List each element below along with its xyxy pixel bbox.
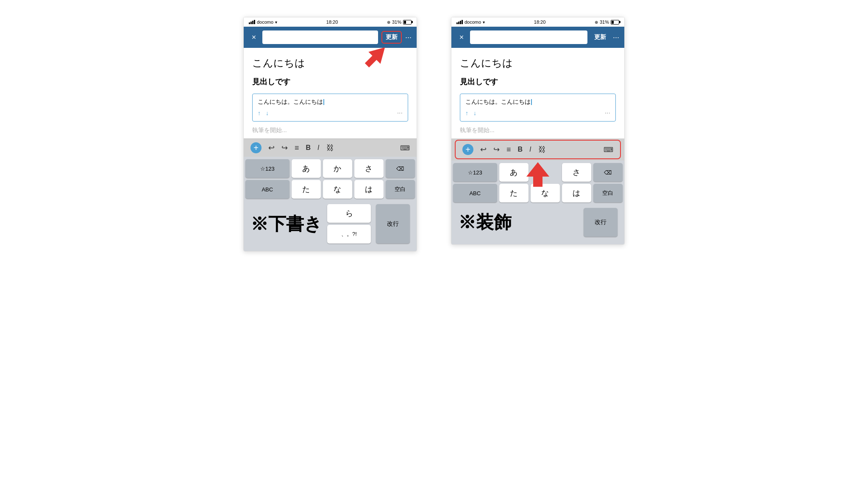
kb-a-left[interactable]: あ: [292, 159, 321, 178]
align-button-left[interactable]: ≡: [295, 144, 299, 152]
kb-row1-left: ☆123 あ か さ ⌫: [245, 159, 415, 178]
status-right-right: ⊕ 31%: [595, 19, 619, 25]
draft-label: ※下書き: [250, 212, 322, 236]
bold-button-right[interactable]: B: [518, 146, 523, 153]
nav-bar-right: × 更新 ···: [451, 27, 624, 48]
redo-button-left[interactable]: ↪: [281, 143, 288, 152]
kb-enter-right[interactable]: 改行: [584, 208, 618, 237]
italic-button-right[interactable]: I: [529, 146, 531, 153]
carrier-label-right: docomo: [465, 19, 481, 25]
kb-ka-left[interactable]: か: [323, 159, 352, 178]
arrow-down-left[interactable]: ↓: [266, 110, 269, 116]
keyboard-button-right[interactable]: ⌨: [604, 146, 613, 154]
kb-up-placeholder-right: [531, 163, 560, 182]
kb-bottom-right: ※装飾 改行: [453, 205, 623, 242]
signal-icon-right: [456, 20, 463, 24]
carrier-label: docomo: [257, 19, 273, 25]
page-title-left: こんにちは: [252, 56, 408, 70]
battery-label-right: 31%: [600, 19, 609, 25]
signal-icon: [249, 20, 255, 24]
italic-button-left[interactable]: I: [317, 144, 319, 152]
kb-abc-right[interactable]: ABC: [453, 184, 497, 202]
undo-button-left[interactable]: ↩: [268, 143, 275, 152]
format-toolbar-left: + ↩ ↪ ≡ B I ⛓ ⌨: [244, 138, 417, 157]
right-phone: docomo ▾ 18:20 ⊕ 31% × 更新 ···: [451, 17, 625, 245]
kb-ha-left[interactable]: は: [354, 180, 384, 199]
text-block-right[interactable]: こんにちは。こんにちは ↑ ↓ ···: [460, 94, 616, 122]
battery-label: 31%: [392, 19, 401, 25]
kb-row2-left: ABC た な は 空白: [245, 180, 415, 199]
content-right: こんにちは 見出しです こんにちは。こんにちは ↑ ↓ ··· 執筆を開始...: [451, 48, 624, 134]
kb-123-right[interactable]: ☆123: [453, 163, 497, 182]
keyboard-left: ☆123 あ か さ ⌫ ABC た な は 空白 ※下書き ら: [244, 157, 417, 251]
time-label: 18:20: [326, 19, 338, 25]
text-content-right: こんにちは。こんにちは: [465, 98, 610, 106]
kb-ra-left[interactable]: ら: [327, 204, 371, 223]
kb-a-right[interactable]: あ: [499, 163, 529, 182]
format-toolbar-wrapper-right: + ↩ ↪ ≡ B I ⛓ ⌨: [451, 138, 624, 160]
kb-sa-right[interactable]: さ: [562, 163, 591, 182]
keyboard-button-left[interactable]: ⌨: [400, 144, 410, 152]
kb-ta-right[interactable]: た: [499, 184, 529, 202]
kb-bottom-left: ※下書き ら 、。?! 改行: [245, 201, 415, 249]
text-more-right[interactable]: ···: [605, 109, 610, 117]
kb-na-left[interactable]: な: [323, 180, 352, 199]
location-icon-right: ⊕: [595, 20, 598, 25]
arrow-up-left[interactable]: ↑: [258, 110, 261, 116]
battery-icon-right: [611, 20, 619, 25]
search-bar-left[interactable]: [262, 30, 378, 44]
add-button-left[interactable]: +: [250, 142, 262, 153]
link-button-right[interactable]: ⛓: [538, 145, 546, 154]
write-placeholder-right: 執筆を開始...: [460, 127, 616, 134]
kb-123-left[interactable]: ☆123: [245, 159, 289, 178]
kb-enter-left[interactable]: 改行: [376, 204, 410, 244]
more-button-left[interactable]: ···: [405, 33, 412, 42]
left-phone: docomo ▾ 18:20 ⊕ 31% × 更新 ···: [243, 17, 417, 252]
time-label-right: 18:20: [534, 19, 546, 25]
kb-sa-left[interactable]: さ: [354, 159, 384, 178]
kb-space-left[interactable]: 空白: [386, 180, 415, 199]
kb-partial-keys: ら 、。?!: [327, 204, 371, 244]
keyboard-right: ☆123 あ さ ⌫ ABC た な は 空白 ※装飾 改行: [451, 160, 624, 244]
wifi-icon: ▾: [275, 20, 277, 25]
kb-na-right[interactable]: な: [531, 184, 560, 202]
redo-button-right[interactable]: ↪: [493, 145, 500, 154]
undo-button-right[interactable]: ↩: [480, 145, 487, 154]
arrow-up-right[interactable]: ↑: [465, 110, 468, 116]
kb-space-right[interactable]: 空白: [593, 184, 623, 202]
status-bar-left: docomo ▾ 18:20 ⊕ 31%: [244, 17, 417, 27]
arrow-down-right[interactable]: ↓: [473, 110, 476, 116]
search-bar-right[interactable]: [470, 30, 587, 44]
content-left: こんにちは 見出しです こんにちは。こんにちは ↑ ↓ ··· 執筆を開始...: [244, 48, 417, 134]
update-button-left[interactable]: 更新: [381, 31, 402, 44]
heading-right: 見出しです: [460, 77, 616, 87]
kb-backspace-left[interactable]: ⌫: [386, 159, 415, 178]
align-button-right[interactable]: ≡: [506, 145, 511, 154]
status-left-right: docomo ▾: [456, 19, 485, 25]
text-toolbar-left: ↑ ↓ ···: [258, 109, 403, 117]
more-button-right[interactable]: ···: [613, 33, 619, 42]
page-title-right: こんにちは: [460, 56, 616, 70]
text-block-left[interactable]: こんにちは。こんにちは ↑ ↓ ···: [252, 94, 408, 122]
kb-backspace-right[interactable]: ⌫: [593, 163, 623, 182]
text-content-left: こんにちは。こんにちは: [258, 98, 403, 106]
write-placeholder-left: 執筆を開始...: [252, 127, 408, 134]
close-button-left[interactable]: ×: [249, 33, 259, 42]
link-button-left[interactable]: ⛓: [326, 144, 334, 152]
add-button-right[interactable]: +: [462, 144, 473, 155]
text-more-left[interactable]: ···: [397, 109, 403, 117]
decoration-label: ※装飾: [458, 210, 512, 234]
kb-row1-right: ☆123 あ さ ⌫: [453, 163, 623, 182]
bold-button-left[interactable]: B: [306, 144, 311, 152]
kb-ha-right[interactable]: は: [562, 184, 591, 202]
close-button-right[interactable]: ×: [456, 33, 467, 42]
status-left: docomo ▾: [249, 19, 277, 25]
kb-ta-left[interactable]: た: [292, 180, 321, 199]
wifi-icon-right: ▾: [483, 20, 485, 25]
kb-punct-left[interactable]: 、。?!: [327, 225, 371, 244]
format-toolbar-right: + ↩ ↪ ≡ B I ⛓ ⌨: [455, 140, 621, 159]
status-right: ⊕ 31%: [387, 19, 412, 25]
location-icon: ⊕: [387, 20, 390, 25]
update-button-right[interactable]: 更新: [591, 32, 609, 43]
kb-abc-left[interactable]: ABC: [245, 180, 289, 199]
